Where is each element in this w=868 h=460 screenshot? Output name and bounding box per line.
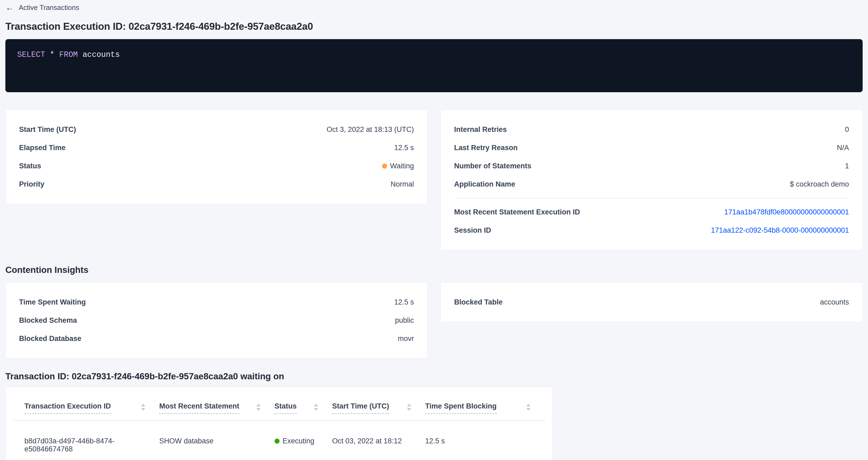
- summary-row-elapsed-time: Elapsed Time 12.5 s: [19, 144, 414, 152]
- blocked-table-label: Blocked Table: [454, 298, 503, 306]
- summary-row-start-time: Start Time (UTC) Oct 3, 2022 at 18:13 (U…: [19, 125, 414, 133]
- column-header-start-time-label: Start Time (UTC): [332, 402, 389, 414]
- details-row-internal-retries: Internal Retries 0: [454, 125, 849, 133]
- contention-row-blocked-schema: Blocked Schema public: [19, 316, 414, 324]
- sort-arrows-icon[interactable]: [256, 404, 260, 411]
- sort-ascending-icon: [407, 404, 411, 406]
- blocked-schema-value: public: [395, 316, 414, 324]
- status-value-text: Waiting: [390, 162, 414, 170]
- sort-ascending-icon: [256, 404, 260, 406]
- cell-start-time: Oct 03, 2022 at 18:12: [332, 437, 425, 453]
- number-of-statements-value: 1: [845, 162, 849, 170]
- blocked-database-label: Blocked Database: [19, 335, 82, 343]
- details-row-session-id: Session ID 171aa122-c092-54b8-0000-00000…: [454, 226, 849, 234]
- internal-retries-value: 0: [845, 125, 849, 133]
- start-time-value: Oct 3, 2022 at 18:13 (UTC): [327, 125, 414, 133]
- waiting-on-heading: Transaction ID: 02ca7931-f246-469b-b2fe-…: [5, 371, 863, 381]
- internal-retries-label: Internal Retries: [454, 125, 507, 133]
- column-header-start-time[interactable]: Start Time (UTC): [332, 402, 425, 414]
- back-link-label: Active Transactions: [19, 3, 79, 12]
- summary-row-status: Status Waiting: [19, 162, 414, 170]
- details-row-last-retry-reason: Last Retry Reason N/A: [454, 144, 849, 152]
- blocked-schema-label: Blocked Schema: [19, 316, 77, 324]
- cell-most-recent-statement: SHOW database: [159, 437, 275, 453]
- sort-descending-icon: [141, 408, 145, 411]
- column-header-transaction-execution-id-label: Transaction Execution ID: [24, 402, 111, 414]
- session-id-label: Session ID: [454, 226, 491, 234]
- waiting-table-row: b8d7d03a-d497-446b-8474-e50846674768 SHO…: [13, 421, 545, 460]
- sql-keyword-select: SELECT: [17, 51, 45, 59]
- last-retry-reason-label: Last Retry Reason: [454, 144, 518, 152]
- column-header-most-recent-statement[interactable]: Most Recent Statement: [159, 402, 275, 414]
- details-row-application-name: Application Name $ cockroach demo: [454, 180, 849, 188]
- sort-descending-icon: [526, 408, 530, 411]
- transaction-details-card: Internal Retries 0 Last Retry Reason N/A…: [440, 110, 863, 250]
- sql-operator-star: *: [50, 51, 54, 59]
- summary-row-priority: Priority Normal: [19, 180, 414, 188]
- sort-arrows-icon[interactable]: [526, 404, 530, 411]
- statement-execution-id-label: Most Recent Statement Execution ID: [454, 208, 580, 216]
- sql-keyword-from: FROM: [59, 51, 78, 59]
- last-retry-reason-value: N/A: [837, 144, 849, 152]
- time-spent-waiting-label: Time Spent Waiting: [19, 298, 86, 306]
- status-waiting-dot-icon: [382, 163, 387, 168]
- time-spent-waiting-value: 12.5 s: [394, 298, 414, 306]
- sort-ascending-icon: [141, 404, 145, 406]
- elapsed-time-value: 12.5 s: [394, 144, 414, 152]
- sort-arrows-icon[interactable]: [407, 404, 411, 411]
- contention-cards-row: Time Spent Waiting 12.5 s Blocked Schema…: [5, 282, 863, 359]
- blocked-database-value: movr: [398, 335, 414, 343]
- application-name-value: $ cockroach demo: [790, 180, 849, 188]
- sort-descending-icon: [407, 408, 411, 411]
- priority-value: Normal: [391, 180, 414, 188]
- transaction-summary-card: Start Time (UTC) Oct 3, 2022 at 18:13 (U…: [5, 110, 428, 204]
- contention-row-time-spent-waiting: Time Spent Waiting 12.5 s: [19, 298, 414, 306]
- details-row-statement-execution-id: Most Recent Statement Execution ID 171aa…: [454, 208, 849, 216]
- details-card-divider: [454, 198, 849, 198]
- contention-waiting-card: Time Spent Waiting 12.5 s Blocked Schema…: [5, 282, 428, 359]
- page-title: Transaction Execution ID: 02ca7931-f246-…: [5, 21, 863, 32]
- contention-row-blocked-database: Blocked Database movr: [19, 335, 414, 343]
- cell-time-spent-blocking: 12.5 s: [425, 437, 545, 453]
- status-label: Status: [19, 162, 41, 170]
- sort-descending-icon: [314, 408, 318, 411]
- column-header-transaction-execution-id[interactable]: Transaction Execution ID: [13, 402, 159, 414]
- waiting-table-header-row: Transaction Execution ID Most Recent Sta…: [13, 387, 545, 421]
- application-name-label: Application Name: [454, 180, 515, 188]
- status-value: Waiting: [382, 162, 414, 170]
- sort-ascending-icon: [526, 404, 530, 406]
- column-header-most-recent-statement-label: Most Recent Statement: [159, 402, 239, 414]
- status-executing-dot-icon: [275, 438, 280, 443]
- statement-execution-id-link[interactable]: 171aa1b478fdf0e80000000000000001: [724, 208, 849, 216]
- waiting-on-table: Transaction Execution ID Most Recent Sta…: [5, 387, 552, 460]
- session-id-link[interactable]: 171aa122-c092-54b8-0000-000000000001: [711, 226, 849, 234]
- priority-label: Priority: [19, 180, 44, 188]
- sort-descending-icon: [256, 408, 260, 411]
- blocked-table-value: accounts: [820, 298, 849, 306]
- back-arrow-icon: ←: [5, 3, 14, 12]
- back-to-active-transactions-link[interactable]: ← Active Transactions: [5, 3, 79, 12]
- column-header-status[interactable]: Status: [275, 402, 332, 414]
- details-row-number-of-statements: Number of Statements 1: [454, 162, 849, 170]
- elapsed-time-label: Elapsed Time: [19, 144, 66, 152]
- contention-row-blocked-table: Blocked Table accounts: [454, 298, 849, 306]
- start-time-label: Start Time (UTC): [19, 125, 76, 133]
- column-header-time-spent-blocking[interactable]: Time Spent Blocking: [425, 402, 545, 414]
- cell-status-text: Executing: [283, 437, 314, 445]
- sort-ascending-icon: [314, 404, 318, 406]
- sql-statement-box: SELECT * FROM accounts: [5, 39, 863, 92]
- cell-transaction-execution-id: b8d7d03a-d497-446b-8474-e50846674768: [13, 437, 159, 453]
- cell-status: Executing: [275, 437, 332, 453]
- sort-arrows-icon[interactable]: [141, 404, 145, 411]
- number-of-statements-label: Number of Statements: [454, 162, 531, 170]
- sort-arrows-icon[interactable]: [314, 404, 318, 411]
- column-header-time-spent-blocking-label: Time Spent Blocking: [425, 402, 497, 414]
- contention-blocked-table-card: Blocked Table accounts: [440, 282, 863, 322]
- sql-identifier-accounts: accounts: [83, 51, 120, 59]
- summary-cards-row: Start Time (UTC) Oct 3, 2022 at 18:13 (U…: [5, 110, 863, 250]
- column-header-status-label: Status: [275, 402, 297, 414]
- contention-insights-heading: Contention Insights: [5, 265, 863, 275]
